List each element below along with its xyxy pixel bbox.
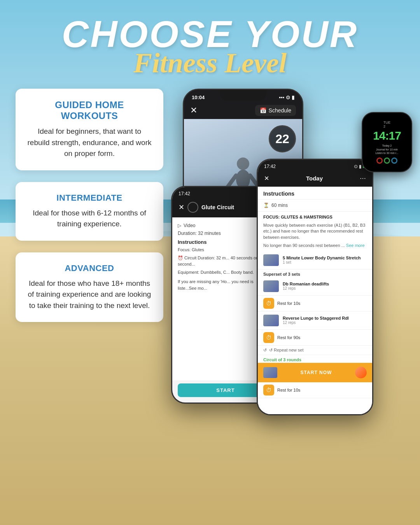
- signal-icon: ▪▪▪: [279, 94, 284, 100]
- avatar: [355, 367, 367, 378]
- mid-time: 17:42: [178, 191, 190, 196]
- start-now-button[interactable]: START NOW: [281, 370, 351, 375]
- ring-move: [376, 158, 383, 164]
- start-now-thumb: [263, 367, 277, 378]
- exercise-info-2: Db Romanian deadlifts 12 reps: [283, 282, 367, 290]
- hourglass-icon: ⏳: [263, 203, 269, 208]
- right-battery-icon: ▮: [359, 164, 362, 169]
- circuit-label: Circuit of 3 rounds: [258, 355, 372, 363]
- focus-header: FOCUS: GLUTES & HAMSTRINGS: [258, 212, 372, 222]
- watch-time: 14:17: [373, 129, 401, 142]
- main-layout: GUIDED HOMEWORKOUTS Ideal for beginners,…: [0, 81, 420, 439]
- card-intermediate: INTERMEDIATE Ideal for those with 6-12 m…: [16, 182, 163, 241]
- battery-icon: ▮: [292, 94, 294, 100]
- calendar-icon: 📅: [260, 107, 266, 114]
- rest-row-2: ⏱ Rest for 90s: [258, 330, 372, 346]
- wifi-icon: ⊙: [286, 94, 290, 100]
- svg-line-2: [228, 175, 236, 187]
- apple-watch: TUE2 14:17 Today 2Journal for 10 minList…: [362, 112, 412, 172]
- instructions-section: Instructions: [258, 187, 372, 200]
- focus-desc: Move quickly between each exercise (A1) …: [258, 222, 372, 243]
- phone-right: 17:42 ⊙ ▮ ✕ Today ⋯ Instructions: [257, 159, 373, 415]
- right-wifi-icon: ⊙: [354, 164, 358, 169]
- today-label: Today: [306, 175, 323, 182]
- mid-close-icon[interactable]: ✕: [178, 203, 184, 212]
- card-advanced-text: Ideal for those who have 18+ months of t…: [27, 278, 152, 312]
- exercise-thumb-2: [263, 280, 279, 292]
- repeat-row: ↺ ↺ Repeat new set: [258, 346, 372, 355]
- exercise-row-3: Reverse Lunge to Staggered Rdl 12 reps: [258, 312, 372, 330]
- page-header: CHOOSE YOUR Fitness Level: [0, 0, 420, 81]
- card-guided-title: GUIDED HOMEWORKOUTS: [27, 100, 152, 121]
- video-icon: ▷: [178, 223, 181, 228]
- card-advanced: ADVANCED Ideal for those who have 18+ mo…: [16, 252, 163, 322]
- right-time: 17:42: [264, 164, 276, 169]
- svg-point-0: [237, 158, 249, 170]
- timer-badge: 22: [269, 125, 296, 152]
- watch-screen: TUE2 14:17 Today 2Journal for 10 minList…: [362, 113, 411, 172]
- ring-stand: [391, 158, 397, 164]
- phone-large-notch: [220, 90, 266, 101]
- watch-tasks: Today 2Journal for 10 minListen to 30 mi…: [375, 144, 398, 155]
- exercise-row-1: 5 Minute Lower Body Dynamic Stretch 1 se…: [258, 251, 372, 270]
- phone-right-screen: 17:42 ⊙ ▮ ✕ Today ⋯ Instructions: [258, 160, 372, 414]
- time-row: ⏳ 60 mins: [258, 200, 372, 212]
- close-icon[interactable]: ✕: [190, 105, 197, 116]
- phone-right-header: ✕ Today ⋯: [258, 172, 372, 187]
- card-intermediate-text: Ideal for those with 6-12 months of trai…: [27, 208, 152, 230]
- right-close-icon[interactable]: ✕: [264, 175, 269, 182]
- phones-area: 10:04 ▪▪▪ ⊙ ▮ ✕ 📅 Schedule: [171, 89, 404, 439]
- rest-row-1: ⏱ Rest for 10s: [258, 296, 372, 312]
- rest-icon-3: ⏱: [263, 385, 274, 396]
- workout-title: Glute Circuit: [201, 204, 234, 210]
- card-advanced-title: ADVANCED: [27, 263, 152, 273]
- rest-icon-1: ⏱: [263, 298, 274, 309]
- watch-rings: [376, 158, 397, 164]
- ring-exercise: [384, 158, 390, 164]
- rest-row-3: ⏱ Rest for 10s: [258, 382, 372, 398]
- rest-icon-2: ⏱: [263, 332, 274, 343]
- exercise-info-3: Reverse Lunge to Staggered Rdl 12 reps: [283, 316, 367, 325]
- repeat-icon: ↺: [263, 348, 267, 353]
- phone-large-header: ✕ 📅 Schedule: [184, 102, 302, 119]
- left-cards: GUIDED HOMEWORKOUTS Ideal for beginners,…: [16, 89, 163, 439]
- circle-check: [187, 202, 198, 213]
- rest-note: No longer than 90 seconds rest between .…: [258, 243, 372, 251]
- exercise-info-1: 5 Minute Lower Body Dynamic Stretch 1 se…: [283, 256, 367, 264]
- card-guided-text: Ideal for beginners, that want to rebuil…: [27, 126, 152, 159]
- status-time: 10:04: [192, 94, 205, 100]
- superset-label: Superset of 3 sets: [258, 270, 372, 277]
- card-intermediate-title: INTERMEDIATE: [27, 193, 152, 203]
- schedule-button[interactable]: 📅 Schedule: [255, 105, 296, 116]
- exercise-thumb-3: [263, 315, 279, 326]
- more-icon[interactable]: ⋯: [360, 175, 366, 182]
- see-more-link[interactable]: See more: [346, 243, 365, 248]
- phone-right-status: 17:42 ⊙ ▮: [258, 160, 372, 172]
- exercise-row-2: Db Romanian deadlifts 12 reps: [258, 277, 372, 296]
- start-now-bar[interactable]: START NOW: [258, 363, 372, 382]
- watch-day: TUE2: [383, 121, 390, 128]
- phone-right-content: Instructions ⏳ 60 mins FOCUS: GLUTES & H…: [258, 187, 372, 414]
- card-guided: GUIDED HOMEWORKOUTS Ideal for beginners,…: [16, 89, 163, 170]
- exercise-thumb-1: [263, 254, 279, 266]
